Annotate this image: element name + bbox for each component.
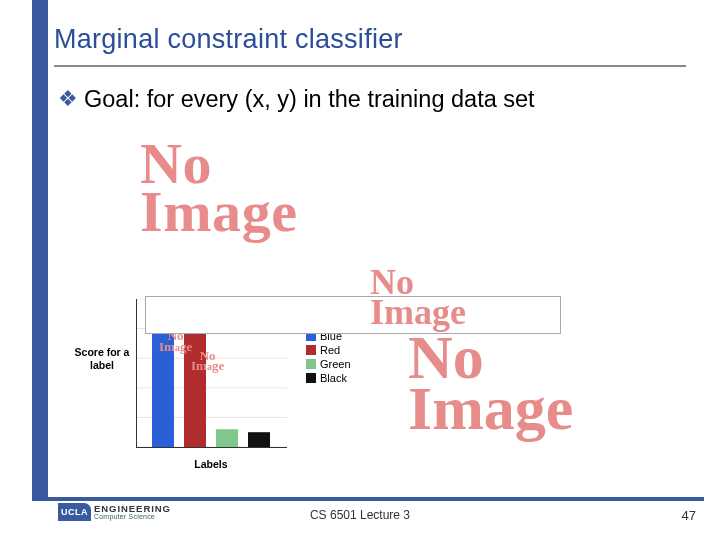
no-image-placeholder-large-top: No Image xyxy=(140,140,298,235)
x-axis-label: Labels xyxy=(136,458,286,470)
placeholder-line: Image xyxy=(408,383,573,434)
no-image-placeholder-small: No Image xyxy=(370,268,466,327)
left-accent-bar xyxy=(32,0,48,498)
legend-label: Black xyxy=(320,372,347,384)
bar-placeholder-icon: NoImage xyxy=(191,351,224,371)
y-axis-label: Score for a label xyxy=(74,346,130,371)
footer-center: CS 6501 Lecture 3 xyxy=(0,508,720,522)
bar-placeholder-icon: NoImage xyxy=(159,331,192,351)
white-overlay-box xyxy=(145,296,561,334)
footer: UCLA ENGINEERING Computer Science CS 650… xyxy=(0,506,720,536)
legend-label: Green xyxy=(320,358,351,370)
title-underline xyxy=(54,65,686,67)
no-image-placeholder-large-bottom: No Image xyxy=(408,332,573,434)
legend-swatch xyxy=(306,373,316,383)
bullet-body: for every (x, y) in the training data se… xyxy=(147,86,535,112)
bullet-prefix: Goal: xyxy=(84,86,147,112)
footer-page-number: 47 xyxy=(682,508,696,523)
bullet-diamond-icon: ❖ xyxy=(58,84,78,114)
svg-rect-9 xyxy=(248,432,270,447)
legend-item: Green xyxy=(306,358,364,370)
slide-title: Marginal constraint classifier xyxy=(54,24,674,55)
legend-item: Red xyxy=(306,344,364,356)
slide-root: Marginal constraint classifier ❖ Goal: f… xyxy=(0,0,720,540)
legend-swatch xyxy=(306,359,316,369)
bottom-accent-bar xyxy=(32,497,704,501)
bullet-text: Goal: for every (x, y) in the training d… xyxy=(84,84,535,114)
legend-label: Red xyxy=(320,344,340,356)
svg-rect-8 xyxy=(216,429,238,447)
bullet-item: ❖ Goal: for every (x, y) in the training… xyxy=(58,84,535,114)
legend-swatch xyxy=(306,345,316,355)
placeholder-line: Image xyxy=(140,188,298,236)
legend: BlueRedGreenBlack xyxy=(306,328,364,386)
legend-item: Black xyxy=(306,372,364,384)
